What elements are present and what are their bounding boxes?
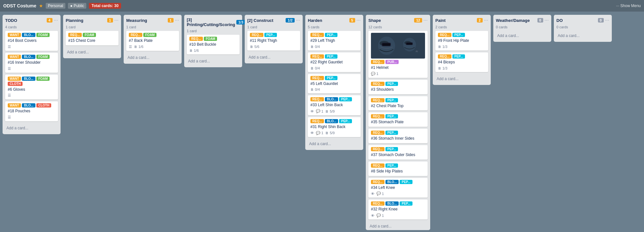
meta-text: 1	[321, 131, 323, 135]
column-more-weather[interactable]: ···	[545, 17, 549, 23]
top-nav: ODST Costume ★ Personal ● Public Total c…	[0, 0, 644, 12]
column-construct: [2] Construct1/2···1 cardREQ...PEP...#11…	[245, 15, 303, 63]
public-badge[interactable]: ● Public	[68, 3, 86, 9]
card-co1[interactable]: REQ...PEP...#11 Right Thigh🗎5/6	[247, 31, 300, 51]
label-sky: PEP...	[385, 131, 398, 135]
meta-icon: 🗎	[310, 66, 314, 70]
meta-text: 1	[321, 109, 323, 113]
label-red: CLOTH	[36, 103, 51, 107]
column-count-printing: 1/3	[236, 20, 245, 24]
card-c4[interactable]: WANTBLO...CLOTH#18 Pouches☰	[5, 101, 58, 121]
column-more-todo[interactable]: ···	[54, 17, 58, 23]
column-count-planning: 1	[107, 18, 113, 23]
card-footer-sh8: 👁💬1	[371, 191, 425, 196]
card-pa1[interactable]: REQ...PEP...#9 Front Hip Plate🗎1/3	[435, 31, 488, 51]
column-more-construct[interactable]: ···	[296, 17, 300, 23]
column-weather: Weather/Damage0···0 cardsAdd a card...	[493, 15, 551, 42]
label-blue: BLO...	[22, 103, 35, 107]
card-c1[interactable]: WANTBLO...FOAM#14 Boot Covers☰	[5, 31, 58, 51]
label-sky: PEP...	[325, 76, 337, 80]
card-labels-c3: WANTBLO...FOAMCLOTH	[8, 77, 55, 86]
column-title-printing: [3] Printing/Cutting/Scoring	[187, 17, 235, 27]
card-sh1[interactable]: REQ...PUR...#1 Helmet💬1	[368, 31, 428, 78]
card-p1[interactable]: REQ...FOAM#15 Chest Core	[66, 31, 118, 45]
add-card-printing[interactable]: Add a card...	[187, 58, 240, 65]
card-h3[interactable]: REQ...PEP...#5 Left Gauntlet🗎0/4	[308, 74, 361, 94]
column-sub-construct: 1 card	[247, 25, 300, 29]
card-sh8[interactable]: REQ...BLO...PEP...#34 Left Knee👁💬1	[368, 178, 428, 198]
column-printing: [3] Printing/Cutting/Scoring1/3···1 card…	[184, 15, 242, 67]
show-menu-button[interactable]: ··· Show Menu	[616, 4, 641, 8]
label-orange: REQ...	[371, 82, 384, 86]
meta-icon: 🗎	[325, 131, 329, 135]
label-orange: REQ...	[371, 98, 384, 102]
card-h2[interactable]: REQ...PEP...#22 Right Gauntlet🗎0/4	[308, 52, 361, 72]
card-sh6[interactable]: REQ...PEP...#37 Stomach Outer Sides	[368, 145, 428, 160]
add-card-planning[interactable]: Add a card...	[66, 49, 118, 56]
add-card-harden[interactable]: Add a card...	[308, 140, 361, 147]
label-blue: BLO...	[22, 77, 35, 81]
add-card-shape[interactable]: Add a card...	[368, 223, 428, 230]
card-title-c3: #6 Gloves	[8, 87, 55, 92]
card-meta: 💬1	[316, 109, 323, 113]
card-c3[interactable]: WANTBLO...FOAMCLOTH#6 Gloves☰	[5, 75, 58, 100]
card-footer-h5: 👁💬1🗎5/9	[310, 131, 358, 135]
card-labels-sh5: REQ...PEP...	[371, 131, 425, 135]
add-card-weather[interactable]: Add a card...	[496, 32, 549, 39]
meta-icon: 🗎	[134, 45, 137, 49]
card-h1[interactable]: REQ...PEP...#29 Left Thigh🗎0/4	[308, 31, 361, 51]
card-c2[interactable]: WANTBLO...FOAM#16 Inner Shoulder☰	[5, 53, 58, 73]
card-pr1[interactable]: REQ...FOAM#10 Belt Buckle🗎1/6	[187, 35, 240, 54]
column-count-shape: 12	[414, 18, 422, 23]
meta-icon: 🗎	[310, 45, 314, 49]
svg-rect-13	[417, 51, 418, 52]
card-m1[interactable]: REQ...FOAM#7 Back Plate☰🗎1/6	[126, 31, 179, 51]
label-orange: WANT	[8, 55, 21, 59]
column-more-harden[interactable]: ···	[356, 17, 361, 23]
card-labels-h3: REQ...PEP...	[310, 76, 358, 80]
label-blue: BLO...	[325, 97, 338, 101]
label-sky: PEP...	[400, 201, 412, 206]
card-sh5[interactable]: REQ...PEP...#36 Stomach Inner Sides	[368, 129, 428, 143]
card-sh7[interactable]: REQ...PEP...#8 Side Hip Plates	[368, 162, 428, 176]
label-orange: REQ...	[189, 37, 203, 41]
card-meta: 🗎5/9	[325, 109, 335, 113]
add-card-todo[interactable]: Add a card...	[5, 125, 58, 132]
card-h5[interactable]: REQ...BLO...PEP...#31 Right Shin Back👁💬1…	[308, 117, 361, 137]
column-more-measuring[interactable]: ···	[175, 17, 179, 23]
column-count-measuring: 1	[168, 18, 174, 23]
card-title-sh7: #8 Side Hip Plates	[371, 169, 425, 174]
column-more-planning[interactable]: ···	[114, 17, 118, 23]
card-title-m1: #7 Back Plate	[129, 38, 176, 43]
card-meta: 👁	[371, 192, 374, 196]
column-more-paint[interactable]: ···	[484, 17, 488, 23]
column-more-do[interactable]: ···	[605, 17, 609, 23]
label-sky: PEP...	[452, 54, 465, 59]
star-icon[interactable]: ★	[39, 3, 43, 8]
card-h4[interactable]: REQ...BLO...PEP...#33 Left Shin Back👁💬1🗎…	[308, 95, 361, 115]
meta-icon: 👁	[371, 214, 374, 218]
card-sh3[interactable]: REQ...PEP...#2 Chest Plate Top	[368, 96, 428, 111]
card-title-sh3: #2 Chest Plate Top	[371, 103, 425, 109]
card-sh4[interactable]: REQ...PEP...#35 Stomach Plate	[368, 112, 428, 127]
column-count-harden: 5	[349, 18, 355, 23]
card-meta: 🗎1/6	[189, 49, 199, 52]
card-labels-sh7: REQ...PEP...	[371, 163, 425, 168]
add-card-do[interactable]: Add a card...	[556, 32, 609, 39]
card-sh2[interactable]: REQ...PEP...#3 Shoulders	[368, 80, 428, 94]
personal-badge[interactable]: Personal	[46, 3, 65, 9]
label-sky: PEP...	[339, 119, 352, 123]
label-sky: PEP...	[339, 97, 352, 101]
add-card-measuring[interactable]: Add a card...	[126, 54, 179, 61]
add-card-paint[interactable]: Add a card...	[435, 75, 488, 82]
meta-icon: 🗎	[250, 45, 253, 49]
add-card-construct[interactable]: Add a card...	[247, 54, 300, 61]
column-more-shape[interactable]: ···	[423, 17, 428, 23]
label-orange: REQ...	[371, 180, 384, 184]
card-sh9[interactable]: REQ...BLO...PEP...#32 Right Knee👁💬1	[368, 200, 428, 219]
label-sky: PEP...	[264, 33, 277, 37]
column-sub-todo: 4 cards	[5, 25, 58, 29]
label-orange: REQ...	[310, 33, 324, 37]
card-pa2[interactable]: REQ...PEP...#4 Biceps🗎1/3	[435, 52, 488, 72]
meta-icon: 👁	[310, 131, 314, 135]
